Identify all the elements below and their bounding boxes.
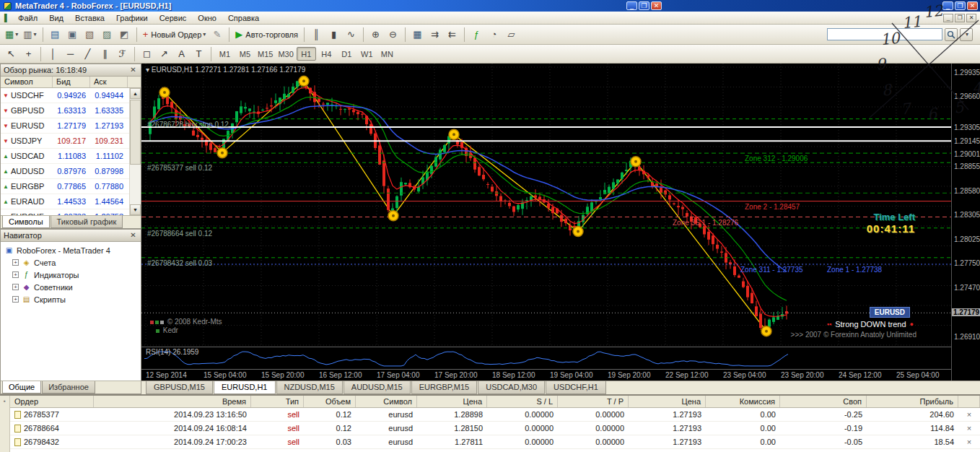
fibonacci-button[interactable]: ℱ [114,46,131,61]
scrollbar-thumb[interactable] [130,100,141,165]
column-header-Комиссия[interactable]: Комиссия [706,396,780,407]
scroll-down-icon[interactable]: ▼ [130,204,141,215]
autotrading-button[interactable]: ▶Авто-торговля [233,27,300,42]
timeframe-M30[interactable]: M30 [276,47,295,61]
tab-Избранное[interactable]: Избранное [42,381,95,394]
child-minimize-button[interactable]: _ [943,14,953,22]
tile-windows-button[interactable]: ▦ [409,27,426,42]
timeframe-M1[interactable]: M1 [215,47,235,61]
zoom-out-button[interactable]: ⊖ [385,27,401,42]
close-icon[interactable]: ✕ [128,66,138,75]
auto-scroll-button[interactable]: ⇉ [426,27,443,42]
close-order-button[interactable]: × [958,410,980,419]
terminal-toggle-button[interactable]: ▨ [99,27,115,42]
window-maximize-button[interactable]: ❐ [639,1,649,10]
menu-Окно[interactable]: Окно [192,12,222,24]
menu-Графики[interactable]: Графики [110,12,154,24]
window-minimize-button-right[interactable]: _ [942,1,953,10]
chart-tab-AUDUSD,M15[interactable]: AUDUSD,M15 [344,381,411,394]
market-watch-scrollbar[interactable]: ▲ ▼ [129,88,141,215]
shapes-button[interactable]: ◻ [139,46,155,61]
chart-tab-USDCHF,H1[interactable]: USDCHF,H1 [546,381,606,394]
column-header-Цена[interactable]: Цена [629,396,706,407]
menu-Вставка[interactable]: Вставка [69,12,110,24]
chart-area[interactable]: ▾ EURUSD,H1 1.27271 1.27281 1.27166 1.27… [141,64,980,381]
chart-shift-button[interactable]: ⇇ [444,27,460,42]
expand-icon[interactable]: + [12,296,19,303]
new-chart-button[interactable]: ▦▾ [3,27,20,42]
column-header-T / P[interactable]: T / P [558,396,629,407]
symbol-row-AUDUSD[interactable]: ▲AUDUSD0.879760.87998 [1,164,129,179]
market-watch-header[interactable]: Обзор рынка: 16:18:49 ✕ [1,64,141,77]
symbol-row-EURAUD[interactable]: ▲EURAUD1.445331.44564 [1,194,129,209]
navigator-header[interactable]: Навигатор ✕ [1,230,141,242]
menu-Файл[interactable]: Файл [12,12,43,24]
equidistant-channel-button[interactable]: ∥ [97,46,113,61]
chart-tab-EURUSD,H1[interactable]: EURUSD,H1 [214,381,276,394]
nav-item-Индикаторы[interactable]: +ƒИндикаторы [1,269,141,281]
search-dropdown-button[interactable]: ▾ [960,28,973,41]
timeframe-H4[interactable]: H4 [317,47,336,61]
window-close-button[interactable]: ✕ [651,1,662,10]
line-chart-button[interactable]: ∿ [343,27,359,42]
templates-button[interactable]: ▱ [503,27,520,42]
chart-tab-NZDUSD,M15[interactable]: NZDUSD,M15 [276,381,343,394]
bar-chart-button[interactable]: ║ [308,27,325,42]
horizontal-line-button[interactable]: ─ [62,46,79,61]
rsi-indicator-pane[interactable]: RSI(14) 26.1959 [141,347,951,370]
order-row-26788664[interactable]: 267886642014.09.24 16:08:14sell0.12eurus… [10,422,980,435]
price-scale[interactable]: 1.27179 1.299351.296601.293051.291451.29… [951,64,980,381]
cursor-button[interactable]: ↖ [3,46,19,61]
close-order-button[interactable]: × [958,424,980,433]
symbol-row-EURCHF[interactable]: ▲EURCHF1.207331.20753 [1,209,129,215]
periods-button[interactable]: ◔ [486,27,502,42]
nav-item-Скрипты[interactable]: +▤Скрипты [1,293,141,305]
menu-Вид[interactable]: Вид [43,12,69,24]
close-icon[interactable]: ✕ [128,231,138,240]
arrows-button[interactable]: ↗ [156,46,172,61]
timeframe-M15[interactable]: M15 [255,47,275,61]
text-mark-button[interactable]: T [191,46,207,61]
column-header-Цена[interactable]: Цена [417,396,487,407]
expand-icon[interactable]: + [12,259,19,266]
column-header-Прибыль[interactable]: Прибыль [867,396,958,407]
column-header-Тип[interactable]: Тип [251,396,304,407]
crosshair-button[interactable]: + [20,46,37,61]
column-header-Символ[interactable]: Символ [356,396,417,407]
market-watch-toggle-button[interactable]: ▤ [47,27,64,42]
strategy-tester-button[interactable]: ◩ [116,27,133,42]
nav-root[interactable]: ▣ RoboForex - MetaTrader 4 [1,244,141,256]
symbol-row-USDJPY[interactable]: ▼USDJPY109.217109.231 [1,134,129,149]
column-header-S / L[interactable]: S / L [487,396,558,407]
symbol-row-EURUSD[interactable]: ▼EURUSD1.271791.27193 [1,118,129,134]
timeframe-W1[interactable]: W1 [357,47,377,61]
column-header-Объем[interactable]: Объем [304,396,356,407]
symbol-row-USDCAD[interactable]: ▲USDCAD1.110831.11102 [1,149,129,164]
candlestick-chart-button[interactable]: ▮ [325,27,342,42]
time-axis[interactable]: 12 Sep 201415 Sep 04:0015 Sep 20:0016 Se… [141,370,951,381]
search-input[interactable] [827,28,942,40]
price-chart[interactable] [141,64,951,347]
metaeditor-button[interactable]: ✎ [209,27,225,42]
order-row-26798432[interactable]: 267984322014.09.24 17:00:23sell0.03eurus… [10,435,980,449]
column-header-Ордер[interactable]: Ордер [10,396,94,407]
child-restore-button[interactable]: ❐ [955,14,965,22]
column-header-Время[interactable]: Время [94,396,251,407]
chart-tab-EURGBP,M15[interactable]: EURGBP,M15 [411,381,478,394]
search-button[interactable] [945,28,958,41]
vertical-line-button[interactable]: │ [45,46,61,61]
timeframe-H1[interactable]: H1 [297,47,316,61]
order-row-26785377[interactable]: 267853772014.09.23 13:16:50sell0.12eurus… [10,408,980,422]
symbol-row-USDCHF[interactable]: ▼USDCHF0.949260.94944 [1,88,129,103]
nav-item-Советники[interactable]: +◆Советники [1,281,141,293]
window-close-button-right[interactable]: ✕ [967,1,978,10]
trendline-button[interactable]: ╱ [79,46,96,61]
timeframe-M5[interactable]: M5 [235,47,255,61]
profiles-button[interactable]: ▥▾ [21,27,38,42]
close-order-button[interactable]: × [958,438,980,446]
window-minimize-button[interactable]: _ [626,1,637,10]
menu-Сервис[interactable]: Сервис [154,12,193,24]
navigator-toggle-button[interactable]: ▧ [82,27,98,42]
symbol-row-EURGBP[interactable]: ▲EURGBP0.778650.77880 [1,179,129,194]
indicators-button[interactable]: ƒ [468,27,485,42]
